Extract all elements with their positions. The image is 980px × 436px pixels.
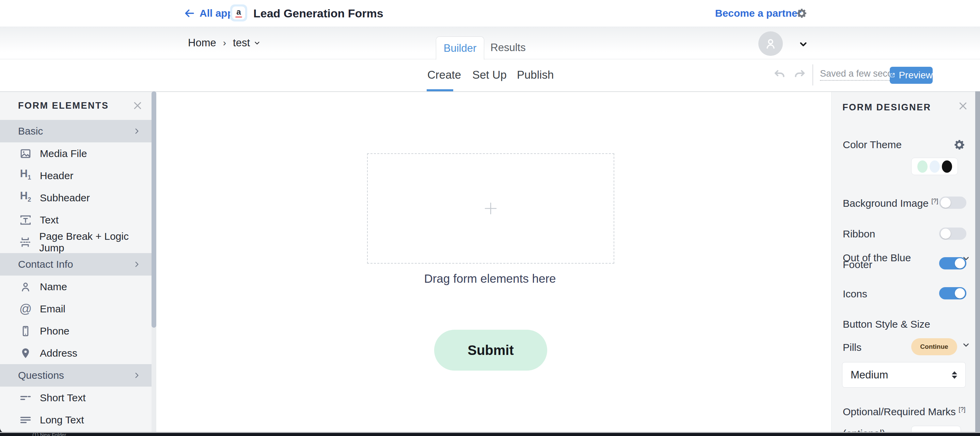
submit-button[interactable]: Submit [434, 330, 547, 371]
phone-icon [19, 325, 32, 337]
chevron-right-icon [132, 127, 141, 135]
background-window-text: (1) New Folder [32, 432, 66, 436]
element-phone[interactable]: Phone [0, 320, 151, 342]
select-arrows-icon [952, 371, 957, 379]
dropzone[interactable] [367, 153, 614, 264]
form-designer-panel: FORM DESIGNER Color Theme Out of the Blu… [831, 91, 975, 433]
ribbon-toggle[interactable] [939, 228, 966, 240]
background-image-label: Background Image [?] [843, 197, 938, 209]
at-sign-icon: @ [19, 303, 32, 315]
top-app-bar: All apps a Lead Generation Forms Become … [0, 0, 980, 27]
help-mark: [?] [959, 406, 966, 413]
settings-gear-icon[interactable] [795, 7, 808, 19]
become-a-partner-link[interactable]: Become a partner [715, 0, 801, 27]
close-icon[interactable] [132, 100, 143, 111]
project-nav-bar: Home › test Builder Results [0, 27, 980, 59]
person-icon [19, 281, 32, 293]
page-title: Lead Generation Forms [253, 0, 383, 27]
long-text-icon [19, 414, 32, 426]
element-page-break[interactable]: Page Break + Logic Jump [0, 231, 151, 253]
close-icon[interactable] [958, 101, 968, 111]
pills-label: Pills [843, 342, 862, 353]
form-designer-title: FORM DESIGNER [842, 102, 931, 113]
breadcrumb: Home › test [188, 27, 261, 59]
pill-button-preview[interactable]: Continue [911, 338, 957, 355]
icons-toggle[interactable] [939, 287, 966, 299]
tab-builder[interactable]: Builder [436, 37, 484, 60]
swatch-mint [917, 161, 928, 173]
dropzone-hint: Drag form elements here [367, 272, 613, 285]
tab-set-up[interactable]: Set Up [472, 59, 507, 91]
button-size-select[interactable]: Medium [842, 362, 966, 388]
chevron-down-icon [253, 39, 261, 47]
external-link-icon [890, 71, 895, 80]
header-h1-icon: H1 [19, 168, 32, 183]
plus-icon [482, 200, 499, 216]
builder-toolbar: Create Set Up Publish Saved a few second… [0, 59, 980, 92]
form-elements-panel: FORM ELEMENTS Basic Media File H1 Header… [0, 91, 151, 433]
redo-icon[interactable] [792, 68, 807, 83]
group-questions[interactable]: Questions [0, 364, 151, 387]
media-file-icon [19, 148, 32, 160]
text-icon [19, 214, 32, 226]
tab-create[interactable]: Create [427, 59, 461, 91]
undo-icon[interactable] [773, 68, 787, 83]
page-break-icon [19, 236, 32, 248]
ribbon-label: Ribbon [843, 228, 875, 240]
marks-label: Optional/Required Marks [?] [843, 406, 966, 418]
form-elements-title: FORM ELEMENTS [0, 91, 151, 120]
map-pin-icon [19, 347, 32, 360]
pills-chevron-down-icon[interactable] [962, 341, 970, 350]
background-window-edge: (1) New Folder [0, 432, 980, 436]
footer-toggle[interactable] [939, 257, 966, 269]
element-header[interactable]: H1 Header [0, 164, 151, 187]
theme-settings-gear-icon[interactable] [953, 138, 966, 151]
group-contact-info[interactable]: Contact Info [0, 253, 151, 275]
swatch-light-blue [930, 161, 940, 173]
user-icon [763, 36, 778, 51]
element-short-text[interactable]: Short Text [0, 387, 151, 409]
label-preview[interactable]: @ Label (optional) [911, 426, 961, 433]
element-long-text[interactable]: Long Text [0, 409, 151, 431]
element-subheader[interactable]: H2 Subheader [0, 187, 151, 209]
chevron-right-icon [132, 371, 141, 380]
group-basic[interactable]: Basic [0, 120, 151, 142]
background-image-toggle[interactable] [939, 197, 966, 209]
avatar[interactable] [758, 31, 783, 56]
element-email[interactable]: @ Email [0, 298, 151, 320]
subheader-h2-icon: H2 [19, 190, 32, 205]
button-style-label: Button Style & Size [843, 318, 930, 330]
short-text-icon [19, 392, 32, 404]
tab-publish[interactable]: Publish [517, 59, 554, 91]
element-address[interactable]: Address [0, 342, 151, 364]
theme-swatches[interactable] [911, 158, 958, 175]
breadcrumb-separator: › [223, 37, 226, 48]
active-tab-underline [427, 89, 453, 91]
element-text[interactable]: Text [0, 209, 151, 231]
color-theme-label: Color Theme [843, 139, 902, 151]
back-arrow-icon [184, 8, 195, 19]
breadcrumb-project[interactable]: test [233, 37, 261, 49]
toolbar-divider [813, 64, 813, 86]
element-media-file[interactable]: Media File [0, 142, 151, 164]
tab-results[interactable]: Results [484, 37, 532, 59]
preview-button[interactable]: Preview [890, 67, 933, 84]
account-menu-chevron-icon[interactable] [798, 39, 808, 49]
swatch-black [942, 161, 952, 173]
footer-label: Footer [843, 259, 872, 271]
app-logo-icon: a [230, 5, 247, 21]
page-scrollbar-thumb[interactable] [975, 91, 980, 433]
help-mark: [?] [931, 197, 938, 204]
icons-label: Icons [843, 288, 867, 300]
element-name[interactable]: Name [0, 275, 151, 298]
form-canvas: Drag form elements here Submit [156, 91, 831, 433]
chevron-right-icon [132, 260, 141, 269]
breadcrumb-home[interactable]: Home [188, 37, 216, 49]
sidebar-scrollbar-thumb[interactable] [151, 91, 156, 328]
